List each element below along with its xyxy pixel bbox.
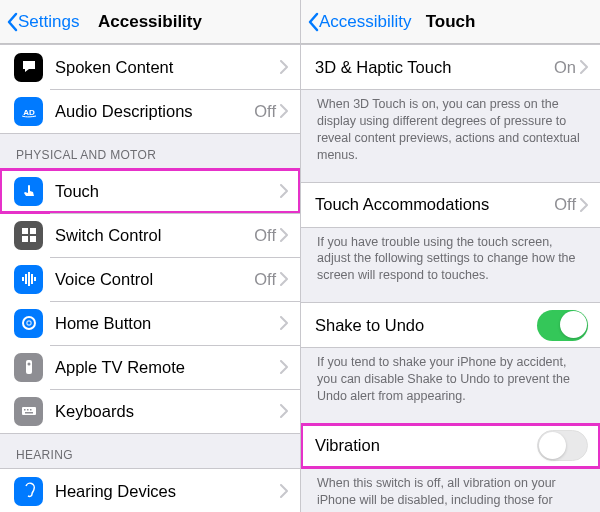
row-value: Off [554,195,576,214]
row-value: Off [254,226,276,245]
svg-rect-15 [24,409,26,411]
svg-rect-8 [31,274,33,284]
toggle-switch[interactable] [537,310,588,341]
accessibility-pane: Settings Accessibility Spoken ContentADA… [0,0,300,512]
switch-control-icon [14,221,43,250]
navbar-right: Accessibility Touch [301,0,600,44]
left-content: Spoken ContentADAudio DescriptionsOffPHY… [0,44,300,512]
row-audio-descriptions[interactable]: ADAudio DescriptionsOff [0,89,300,133]
chevron-left-icon [6,12,18,32]
row-value: On [554,58,576,77]
row-voice-control[interactable]: Voice ControlOff [0,257,300,301]
row-label: Touch Accommodations [315,195,554,214]
chevron-left-icon [307,12,319,32]
row-label: Touch [55,182,280,201]
touch-pane: Accessibility Touch 3D & Haptic TouchOnW… [300,0,600,512]
navbar-left: Settings Accessibility [0,0,300,44]
row-label: Vibration [315,436,537,455]
right-content: 3D & Haptic TouchOnWhen 3D Touch is on, … [301,44,600,512]
svg-rect-1 [22,228,28,234]
row-spoken-content[interactable]: Spoken Content [0,45,300,89]
settings-group: TouchSwitch ControlOffVoice ControlOffHo… [0,168,300,434]
settings-group: Hearing DevicesRTT/TTYOffAudio/Visual [0,468,300,512]
settings-group: 3D & Haptic TouchOn [301,44,600,90]
chevron-right-icon [280,228,288,242]
section-footer: When this switch is off, all vibration o… [301,469,600,512]
chevron-right-icon [580,60,588,74]
row-touch[interactable]: Touch [0,169,300,213]
hearing-icon [14,477,43,506]
settings-group: Spoken ContentADAudio DescriptionsOff [0,44,300,134]
svg-text:AD: AD [23,108,35,117]
svg-rect-3 [22,236,28,242]
touch-icon [14,177,43,206]
svg-point-13 [27,363,30,366]
svg-rect-14 [22,407,36,415]
section-footer: If you tend to shake your iPhone by acci… [301,348,600,419]
row-label: Shake to Undo [315,316,537,335]
row-apple-tv-remote[interactable]: Apple TV Remote [0,345,300,389]
row-hearing-devices[interactable]: Hearing Devices [0,469,300,512]
back-button[interactable]: Accessibility [307,12,412,32]
svg-rect-12 [26,360,32,374]
chevron-right-icon [580,198,588,212]
svg-point-10 [23,317,35,329]
row-3d-haptic-touch[interactable]: 3D & Haptic TouchOn [301,45,600,89]
audio-desc-icon: AD [14,97,43,126]
toggle-knob [560,311,587,338]
svg-rect-4 [30,236,36,242]
speech-icon [14,53,43,82]
settings-group: Touch AccommodationsOff [301,182,600,228]
section-footer: When 3D Touch is on, you can press on th… [301,90,600,178]
row-label: Voice Control [55,270,254,289]
apple-tv-icon [14,353,43,382]
toggle-knob [539,432,566,459]
voice-control-icon [14,265,43,294]
toggle-switch[interactable] [537,430,588,461]
row-touch-accommodations[interactable]: Touch AccommodationsOff [301,183,600,227]
section-header: PHYSICAL AND MOTOR [0,134,300,168]
svg-rect-6 [25,274,27,284]
section-header: HEARING [0,434,300,468]
svg-rect-2 [30,228,36,234]
row-switch-control[interactable]: Switch ControlOff [0,213,300,257]
row-label: Spoken Content [55,58,280,77]
row-home-button[interactable]: Home Button [0,301,300,345]
chevron-right-icon [280,404,288,418]
settings-group: Shake to Undo [301,302,600,348]
row-label: Home Button [55,314,280,333]
row-value: Off [254,102,276,121]
chevron-right-icon [280,360,288,374]
row-value: Off [254,270,276,289]
svg-rect-7 [28,272,30,286]
chevron-right-icon [280,184,288,198]
svg-rect-9 [34,277,36,281]
chevron-right-icon [280,60,288,74]
svg-rect-17 [30,409,32,411]
chevron-right-icon [280,316,288,330]
row-label: Hearing Devices [55,482,280,501]
row-shake-to-undo[interactable]: Shake to Undo [301,303,600,347]
back-button[interactable]: Settings [6,12,79,32]
row-label: Audio Descriptions [55,102,254,121]
row-label: 3D & Haptic Touch [315,58,554,77]
svg-rect-5 [22,277,24,281]
chevron-right-icon [280,484,288,498]
row-label: Switch Control [55,226,254,245]
row-label: Keyboards [55,402,280,421]
row-vibration[interactable]: Vibration [301,424,600,468]
svg-rect-18 [25,412,33,414]
back-label: Settings [18,12,79,32]
svg-rect-11 [27,321,31,325]
svg-rect-16 [27,409,29,411]
chevron-right-icon [280,272,288,286]
keyboards-icon [14,397,43,426]
row-label: Apple TV Remote [55,358,280,377]
settings-group: Vibration [301,423,600,469]
chevron-right-icon [280,104,288,118]
back-label: Accessibility [319,12,412,32]
home-button-icon [14,309,43,338]
section-footer: If you have trouble using the touch scre… [301,228,600,299]
row-keyboards[interactable]: Keyboards [0,389,300,433]
